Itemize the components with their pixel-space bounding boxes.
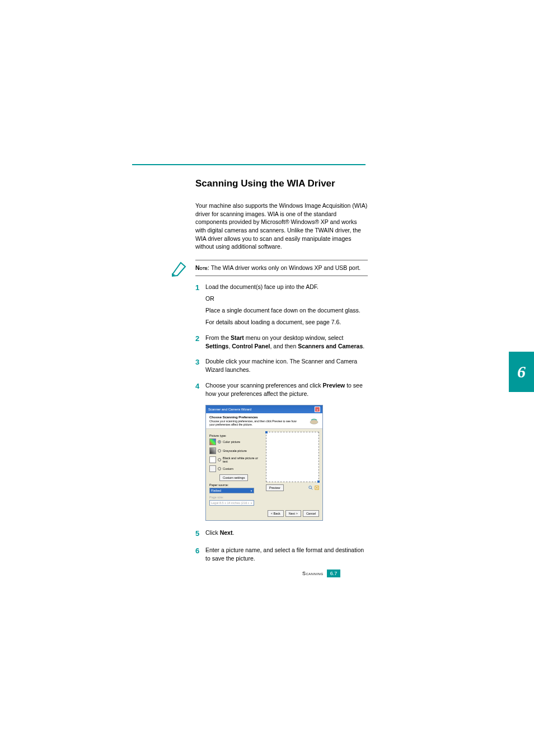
page-size-label: Page size:	[209, 496, 261, 499]
picture-type-label: Picture type:	[209, 434, 261, 437]
note-body: : The WIA driver works only on Windows X…	[208, 264, 360, 271]
wizard-head-title: Choose Scanning Preferences	[209, 416, 299, 419]
step-text: Click Next.	[205, 529, 368, 537]
radio-icon	[218, 467, 221, 470]
step-text: From the Start menu on your desktop wind…	[205, 334, 368, 351]
step-6: 6 Enter a picture name, and select a fil…	[195, 546, 368, 563]
chevron-down-icon: ▼	[250, 489, 252, 492]
option-grayscale: Grayscale picture	[209, 447, 261, 454]
step-text: OR	[205, 295, 368, 303]
wizard-head-sub: Choose your scanning preferences, and th…	[209, 419, 299, 426]
step-1: 1 Load the document(s) face up into the …	[195, 283, 368, 327]
step-number: 1	[195, 283, 205, 327]
bw-swatch-icon	[209, 456, 216, 463]
step-text: Double click your machine icon. The Scan…	[205, 357, 368, 374]
cancel-button: Cancel	[303, 510, 319, 517]
back-button: < Back	[268, 510, 284, 517]
note-rule-bottom	[195, 276, 368, 276]
preview-area	[266, 432, 319, 482]
footer-section: Scanning	[302, 571, 324, 576]
option-bw: Black and white picture or text	[209, 456, 261, 463]
wizard-footer: < Back Next > Cancel	[206, 508, 322, 520]
step-3: 3 Double click your machine icon. The Sc…	[195, 357, 368, 374]
grayscale-swatch-icon	[209, 447, 216, 454]
radio-icon	[218, 440, 221, 444]
option-color: Color picture	[209, 438, 261, 445]
scanner-icon	[309, 417, 319, 425]
step-text: Load the document(s) face up into the AD…	[205, 283, 368, 291]
step-number: 3	[195, 357, 205, 374]
step-number: 4	[195, 381, 205, 398]
wizard-screenshot: Scanner and Camera Wizard × Choose Scann…	[205, 405, 323, 521]
step-number: 6	[195, 546, 205, 563]
paper-source-dropdown: Flatbed▼	[209, 488, 254, 493]
note-icon	[171, 261, 188, 278]
page-footer: Scanning 6.7	[302, 570, 340, 577]
wizard-title-text: Scanner and Camera Wizard	[208, 408, 251, 411]
footer-page-number: 6.7	[327, 570, 341, 577]
note-box: Note: The WIA driver works only on Windo…	[195, 260, 368, 276]
page-size-dropdown: Legal 8.5 x 14 inches (216 x 356 mm)▼	[209, 500, 254, 506]
step-5: 5 Click Next.	[195, 529, 368, 539]
step-4: 4 Choose your scanning preferences and c…	[195, 381, 368, 398]
step-text: Enter a picture name, and select a file …	[205, 546, 368, 563]
header-rule	[132, 164, 366, 165]
fit-icon	[315, 486, 319, 490]
page-heading: Scanning Using the WIA Driver	[195, 178, 368, 189]
close-icon: ×	[315, 407, 320, 412]
step-text: For details about loading a document, se…	[205, 318, 368, 326]
next-button: Next >	[285, 510, 301, 517]
svg-point-0	[310, 420, 318, 424]
step-number: 2	[195, 334, 205, 351]
step-text: Choose your scanning preferences and cli…	[205, 381, 368, 398]
radio-icon	[218, 449, 221, 452]
step-list: 1 Load the document(s) face up into the …	[195, 283, 368, 563]
option-custom: Custom	[209, 465, 261, 472]
custom-settings-button: Custom settings	[219, 474, 248, 481]
note-label: Note	[195, 264, 208, 271]
note-text: Note: The WIA driver works only on Windo…	[195, 264, 360, 272]
custom-swatch-icon	[209, 465, 216, 472]
chevron-down-icon: ▼	[250, 502, 252, 505]
preview-button: Preview	[266, 484, 284, 491]
chapter-tab: 6	[509, 352, 534, 392]
chapter-number: 6	[517, 362, 526, 381]
content-area: Scanning Using the WIA Driver Your machi…	[195, 178, 368, 570]
step-2: 2 From the Start menu on your desktop wi…	[195, 334, 368, 351]
step-number: 5	[195, 529, 205, 539]
radio-icon	[218, 458, 221, 461]
paper-source-label: Paper source:	[209, 483, 261, 487]
wizard-header: Choose Scanning Preferences Choose your …	[206, 413, 322, 429]
step-text: Place a single document face down on the…	[205, 306, 368, 315]
zoom-icon	[308, 486, 313, 490]
svg-line-2	[311, 488, 312, 489]
color-swatch-icon	[209, 438, 216, 445]
intro-paragraph: Your machine also supports the Windows I…	[195, 202, 368, 251]
wizard-titlebar: Scanner and Camera Wizard ×	[206, 405, 322, 413]
